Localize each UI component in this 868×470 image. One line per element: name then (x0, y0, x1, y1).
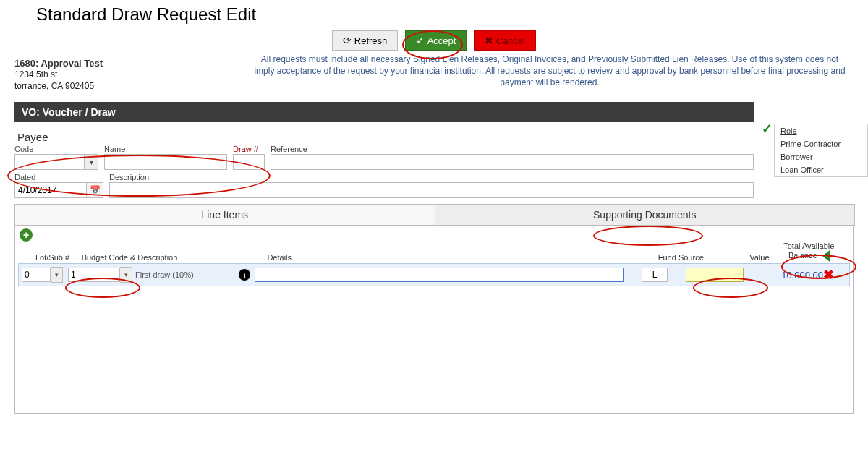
info-icon[interactable]: i (239, 269, 250, 281)
action-toolbar: ⟳ Refresh ✓ Accept ✖ Cancel (14, 30, 854, 51)
budget-code-input[interactable] (68, 268, 120, 282)
loan-title: 1680: Approval Test (14, 58, 246, 69)
lot-dropdown-icon[interactable]: ▾ (51, 267, 63, 283)
loan-addr1: 1234 5th st (14, 69, 246, 80)
code-dropdown-icon[interactable]: ▾ (84, 154, 98, 170)
accept-button[interactable]: ✓ Accept (405, 30, 467, 51)
role-header: Role (775, 124, 867, 137)
tab-supporting-documents[interactable]: Supporting Documents (435, 205, 855, 225)
grid-header: Lot/Sub # Budget Code & Description Deta… (15, 242, 853, 263)
refresh-label: Refresh (354, 35, 388, 46)
col-total: Total Available Balance (770, 242, 848, 262)
total-available: 10,000.00 (744, 270, 823, 281)
col-details: Details (247, 253, 655, 262)
dated-input[interactable] (14, 182, 87, 198)
role-item-prime[interactable]: Prime Contractor (775, 137, 867, 150)
draw-label: Draw # (233, 145, 265, 153)
details-input[interactable] (255, 268, 624, 282)
close-icon: ✖ (485, 35, 493, 46)
col-value: Value (706, 253, 770, 262)
delete-row-icon[interactable]: ✖ (823, 267, 834, 283)
collapse-icon[interactable] (822, 250, 830, 262)
loan-summary: 1680: Approval Test 1234 5th st torrance… (14, 58, 246, 92)
reference-label: Reference (271, 145, 754, 153)
tab-line-items[interactable]: Line Items (15, 205, 435, 225)
value-input[interactable] (686, 268, 744, 282)
cancel-label: Cancel (496, 35, 525, 46)
fund-input[interactable] (642, 268, 668, 282)
draw-input[interactable] (233, 154, 265, 170)
col-lot: Lot/Sub # (20, 253, 82, 262)
budget-dropdown-icon[interactable]: ▾ (120, 267, 132, 283)
col-budget: Budget Code & Description (82, 253, 247, 262)
col-fund: Fund Source (655, 253, 706, 262)
reference-input[interactable] (271, 154, 754, 170)
tab-bar: Line Items Supporting Documents (14, 204, 855, 226)
role-panel: Role Prime Contractor Borrower Loan Offi… (774, 124, 868, 177)
description-input[interactable] (109, 182, 754, 198)
check-icon: ✓ (762, 121, 773, 137)
grid-row: ▾ ▾ First draw (10%) i 10,000.00 ✖ (18, 263, 850, 286)
name-input[interactable] (104, 154, 227, 170)
section-header: VO: Voucher / Draw (14, 102, 754, 122)
cancel-button[interactable]: ✖ Cancel (474, 30, 536, 51)
add-row-button[interactable]: + (20, 228, 33, 242)
role-item-borrower[interactable]: Borrower (775, 150, 867, 163)
accept-label: Accept (427, 35, 456, 46)
disclaimer-text: All requests must include all necessary … (246, 54, 854, 89)
check-icon: ✓ (416, 35, 425, 46)
role-item-loan-officer[interactable]: Loan Officer (775, 163, 867, 176)
line-items-panel: + Lot/Sub # Budget Code & Description De… (14, 226, 854, 414)
refresh-button[interactable]: ⟳ Refresh (332, 30, 399, 51)
code-label: Code (14, 145, 98, 153)
page-title: Standard Draw Request Edit (36, 4, 854, 25)
payee-heading: Payee (17, 131, 48, 143)
name-label: Name (104, 145, 227, 153)
calendar-icon[interactable]: 📅 (87, 182, 103, 198)
code-input[interactable] (14, 154, 84, 170)
loan-addr2: torrance, CA 902405 (14, 80, 246, 92)
description-label: Description (109, 173, 754, 181)
lot-input[interactable] (22, 268, 51, 282)
budget-desc: First draw (10%) (135, 270, 194, 279)
refresh-icon: ⟳ (343, 35, 352, 46)
dated-label: Dated (14, 173, 103, 181)
